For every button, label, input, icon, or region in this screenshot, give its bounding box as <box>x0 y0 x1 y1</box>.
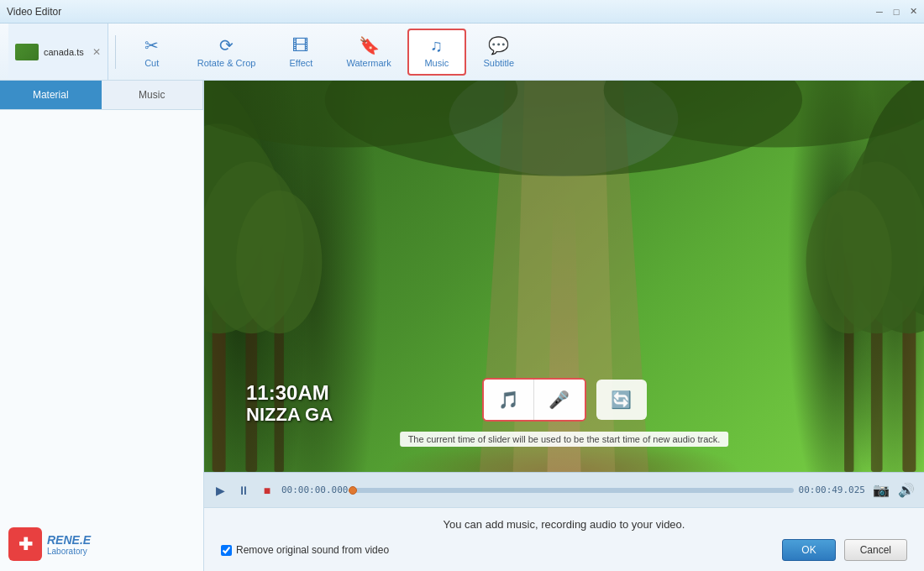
time-start: 00:00:00.000 <box>281 485 348 495</box>
tab-music[interactable]: Music <box>102 81 204 109</box>
tab-material[interactable]: Material <box>0 81 102 109</box>
file-name: canada.ts <box>44 47 84 57</box>
minimize-button[interactable]: ─ <box>872 4 887 19</box>
music-icon: ♫ <box>430 36 443 55</box>
rotate-label: Rotate & Crop <box>197 58 256 68</box>
watermark-icon: 🔖 <box>359 35 380 55</box>
add-music-icon: 🎵 <box>498 390 519 410</box>
timeline-right: 📷 🔊 <box>870 479 917 501</box>
restore-button[interactable]: □ <box>889 4 904 19</box>
down-arrow-icon: ▾ <box>507 378 511 380</box>
music-label: Music <box>424 58 449 68</box>
logo-name: RENE.E <box>47 533 91 547</box>
subtitle-button[interactable]: 💬 Subtitle <box>470 29 528 76</box>
cut-button[interactable]: ✂ Cut <box>123 29 181 76</box>
window-controls: ─ □ ✕ <box>872 4 921 19</box>
title-bar: Video Editor ─ □ ✕ <box>0 0 924 24</box>
bottom-controls: Remove original sound from video OK Canc… <box>221 539 907 561</box>
refresh-icon: 🔄 <box>611 390 632 410</box>
float-btn-group: ▾ 🎵 🎤 <box>482 378 586 422</box>
status-message: The current time of slider will be used … <box>400 432 729 447</box>
window-title: Video Editor <box>7 6 61 18</box>
music-button[interactable]: ♫ Music <box>407 29 466 76</box>
separator <box>115 35 116 69</box>
main-content: Material Music <box>0 81 924 571</box>
bottom-message: You can add music, recording audio to yo… <box>221 518 907 531</box>
subtitle-label: Subtitle <box>483 58 514 68</box>
volume-button[interactable]: 🔊 <box>895 479 917 501</box>
file-tab[interactable]: canada.ts ✕ <box>8 24 108 80</box>
logo-text: RENE.E Laboratory <box>47 533 91 556</box>
watermark-label: Watermark <box>346 58 391 68</box>
rotate-crop-button[interactable]: ⟳ Rotate & Crop <box>185 29 269 76</box>
record-icon: 🎤 <box>549 390 570 410</box>
cut-icon: ✂ <box>144 35 159 55</box>
watermark-button[interactable]: 🔖 Watermark <box>333 29 403 76</box>
left-panel: Material Music <box>0 81 204 571</box>
bottom-area: You can add music, recording audio to yo… <box>204 507 924 571</box>
video-player[interactable]: 11:30AM NIZZA GA ▾ 🎵 🎤 🔄 <box>204 81 924 472</box>
video-location: NIZZA GA <box>246 404 333 426</box>
tab-bar: Material Music <box>0 81 203 110</box>
stop-button[interactable]: ■ <box>258 481 276 500</box>
floating-tools: ▾ 🎵 🎤 🔄 <box>482 378 647 422</box>
effect-label: Effect <box>289 58 312 68</box>
logo-area: ✚ RENE.E Laboratory <box>8 527 91 561</box>
panel-content <box>0 110 203 571</box>
logo-sub: Laboratory <box>47 547 91 556</box>
pause-button[interactable]: ⏸ <box>234 481 253 500</box>
logo-icon: ✚ <box>8 527 42 561</box>
toolbar: canada.ts ✕ ✂ Cut ⟳ Rotate & Crop 🎞 Effe… <box>0 24 924 81</box>
remove-sound-checkbox[interactable] <box>221 545 232 556</box>
right-area: 11:30AM NIZZA GA ▾ 🎵 🎤 🔄 <box>204 81 924 571</box>
camera-button[interactable]: 📷 <box>870 479 892 501</box>
progress-bar[interactable] <box>353 488 793 493</box>
effect-icon: 🎞 <box>292 36 309 55</box>
checkbox-label: Remove original sound from video <box>236 544 389 556</box>
file-thumbnail <box>15 44 39 60</box>
subtitle-icon: 💬 <box>488 35 509 55</box>
cancel-button[interactable]: Cancel <box>844 539 907 561</box>
refresh-button[interactable]: 🔄 <box>596 380 647 420</box>
progress-thumb[interactable] <box>349 486 357 495</box>
add-music-button[interactable]: ▾ 🎵 <box>484 380 534 420</box>
play-button[interactable]: ▶ <box>211 481 229 500</box>
rotate-icon: ⟳ <box>219 35 234 55</box>
effect-button[interactable]: 🎞 Effect <box>271 29 330 76</box>
time-end: 00:00:49.025 <box>799 485 865 495</box>
ok-button[interactable]: OK <box>782 539 835 561</box>
video-timestamp: 11:30AM <box>246 381 329 405</box>
checkbox-row: Remove original sound from video <box>221 544 389 556</box>
file-close-button[interactable]: ✕ <box>92 46 101 58</box>
logo-cross-icon: ✚ <box>18 534 33 554</box>
cut-label: Cut <box>144 58 159 68</box>
timeline: ▶ ⏸ ■ 00:00:00.000 00:00:49.025 📷 🔊 <box>204 472 924 507</box>
record-audio-button[interactable]: 🎤 <box>534 380 585 420</box>
close-button[interactable]: ✕ <box>906 4 921 19</box>
